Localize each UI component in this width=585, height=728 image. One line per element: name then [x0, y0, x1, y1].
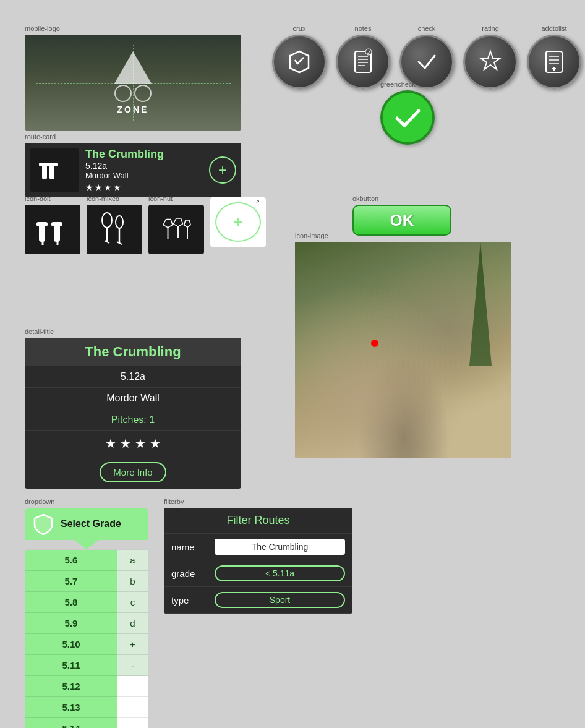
crux-button[interactable] — [272, 35, 327, 89]
dropdown-mod-c[interactable]: c — [117, 592, 148, 613]
okbutton-area: okbutton OK — [352, 195, 451, 236]
detail-star-2: ★ — [120, 436, 131, 451]
addtolist-label: addtolist — [542, 25, 567, 32]
dropdown-grade-56[interactable]: 5.6 — [25, 550, 117, 571]
select-grade-text: Select Grade — [61, 518, 121, 529]
filter-grade-value[interactable]: < 5.11a — [215, 565, 345, 581]
detail-grade: 5.12a — [25, 366, 241, 388]
dropdown-mod-a[interactable]: a — [117, 550, 148, 571]
dropdown-grade-510[interactable]: 5.10 — [25, 634, 117, 655]
more-info-button[interactable]: More Info — [100, 462, 166, 482]
filter-type-value[interactable]: Sport — [215, 592, 345, 608]
icon-row: icon-bolt icon-mixed ico — [25, 195, 266, 254]
filter-title: Filter Routes — [164, 508, 352, 534]
dropdown-grade-514[interactable]: 5.14 — [25, 718, 117, 728]
rating-label: rating — [482, 25, 499, 32]
svg-rect-3 — [46, 163, 58, 166]
dropdown-row-57[interactable]: 5.7 b — [25, 571, 148, 592]
route-name: The Crumbling — [85, 148, 203, 161]
filterby-label: filterby — [164, 498, 352, 505]
dropdown-row-59[interactable]: 5.9 d — [25, 613, 148, 634]
filter-name-value[interactable]: The Crumbling — [215, 539, 345, 555]
filter-card: Filter Routes name The Crumbling grade <… — [164, 508, 352, 614]
icon-nut — [148, 205, 204, 254]
detail-title-label: detail-title — [25, 328, 241, 335]
toolbar-area: crux notes ✓ check — [272, 25, 581, 89]
dropdown-mod-513[interactable] — [117, 697, 148, 718]
ok-button[interactable]: OK — [352, 205, 451, 236]
filter-grade-label: grade — [171, 568, 208, 579]
filter-name-row: name The Crumbling — [164, 534, 352, 560]
detail-card-title: The Crumbling — [25, 338, 241, 366]
icon-image — [295, 242, 511, 458]
page-corner-icon: ↗ — [255, 199, 263, 207]
icon-mixed-label: icon-mixed — [87, 195, 119, 202]
svg-text:✓: ✓ — [367, 50, 371, 56]
dropdown-grade-512[interactable]: 5.12 — [25, 676, 117, 697]
route-wall: Mordor Wall — [85, 171, 203, 180]
route-star-2: ★ — [95, 182, 103, 192]
dropdown-body: 5.6 a 5.7 b 5.8 c 5.9 d 5.10 + 5.11 - — [25, 549, 148, 728]
greencheck-button[interactable] — [380, 90, 435, 145]
mobile-logo: ZONE — [25, 35, 241, 131]
route-add-button[interactable]: + — [209, 156, 236, 184]
icon-image-area: icon-image — [295, 232, 511, 458]
dropdown-grade-513[interactable]: 5.13 — [25, 697, 117, 718]
detail-wall: Mordor Wall — [25, 388, 241, 409]
detail-area: detail-title The Crumbling 5.12a Mordor … — [25, 328, 241, 489]
dropdown-label: dropdown — [25, 498, 148, 505]
detail-star-4: ★ — [150, 436, 161, 451]
dropdown-grade-511[interactable]: 5.11 — [25, 655, 117, 676]
dropdown-row-58[interactable]: 5.8 c — [25, 592, 148, 613]
greencheck-label: greencheck — [380, 80, 416, 88]
svg-rect-5 — [36, 222, 48, 226]
dropdown-row-511[interactable]: 5.11 - — [25, 655, 148, 676]
filter-name-label: name — [171, 542, 208, 552]
filter-type-label: type — [171, 595, 208, 606]
dropdown-mod-minus[interactable]: - — [117, 655, 148, 676]
check-label: check — [418, 25, 436, 32]
notes-label: notes — [355, 25, 372, 32]
svg-rect-7 — [51, 222, 62, 226]
dropdown-header[interactable]: Select Grade — [25, 508, 148, 540]
dropdown-row-512[interactable]: 5.12 — [25, 676, 148, 697]
dropdown-row-514[interactable]: 5.14 — [25, 718, 148, 728]
dropdown-grade-58[interactable]: 5.8 — [25, 592, 117, 613]
circle-icon-2 — [134, 85, 152, 102]
crux-label: crux — [293, 25, 306, 32]
dropdown-grade-59[interactable]: 5.9 — [25, 613, 117, 634]
addtolist-button[interactable] — [527, 35, 581, 89]
rating-button[interactable] — [463, 35, 518, 89]
dropdown-mod-d[interactable]: d — [117, 613, 148, 634]
svg-point-12 — [116, 216, 123, 228]
dropdown-row-56[interactable]: 5.6 a — [25, 550, 148, 571]
dropdown-mod-b[interactable]: b — [117, 571, 148, 592]
icon-mixed — [87, 205, 142, 254]
icon-nut-label: icon-nut — [148, 195, 173, 202]
svg-marker-29 — [480, 51, 500, 69]
route-star-1: ★ — [85, 182, 93, 192]
icon-bolt-label: icon-bolt — [25, 195, 51, 202]
icon-plus-box: ↗ + — [210, 197, 266, 247]
dropdown-grade-57[interactable]: 5.7 — [25, 571, 117, 592]
detail-card: The Crumbling 5.12a Mordor Wall Pitches:… — [25, 338, 241, 489]
dropdown-mod-512[interactable] — [117, 676, 148, 697]
detail-pitches: Pitches: 1 — [25, 409, 241, 431]
plus-circle-icon[interactable]: + — [215, 202, 261, 242]
dropdown-mod-plus[interactable]: + — [117, 634, 148, 655]
triangle-icon — [114, 51, 152, 84]
detail-star-1: ★ — [105, 436, 116, 451]
filter-grade-row: grade < 5.11a — [164, 560, 352, 587]
route-grade: 5.12a — [85, 161, 203, 171]
dropdown-container: Select Grade 5.6 a 5.7 b 5.8 c 5.9 d 5.1… — [25, 508, 148, 728]
dropdown-mod-514[interactable] — [117, 718, 148, 728]
route-card-image — [30, 148, 79, 192]
greencheck-area: greencheck — [380, 80, 435, 145]
circle-icon-1 — [114, 85, 132, 102]
dropdown-area: dropdown Select Grade 5.6 a 5.7 b 5.8 c … — [25, 498, 148, 728]
mobile-logo-label: mobile-logo — [25, 25, 241, 32]
dropdown-row-510[interactable]: 5.10 + — [25, 634, 148, 655]
shield-icon — [32, 513, 54, 535]
dropdown-row-513[interactable]: 5.13 — [25, 697, 148, 718]
route-star-3: ★ — [104, 182, 112, 192]
